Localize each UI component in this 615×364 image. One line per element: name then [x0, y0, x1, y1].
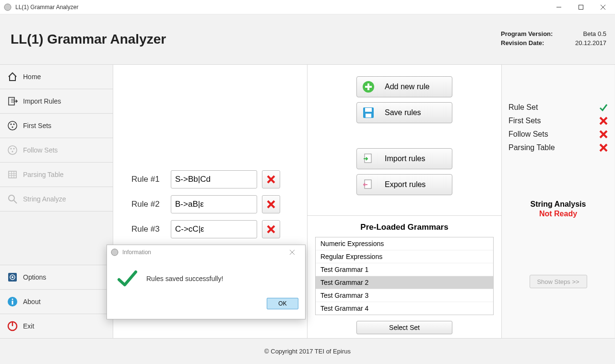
grammar-list-item[interactable]: Test Grammar 2 — [316, 276, 493, 289]
import-rules-button[interactable]: Import rules — [356, 148, 452, 169]
plus-icon — [362, 80, 375, 94]
rule-row: Rule #2 — [131, 195, 307, 213]
rule-label: Rule #2 — [131, 200, 171, 209]
sidebar-item-label: About — [23, 298, 41, 305]
delete-rule-button[interactable] — [262, 195, 280, 213]
dialog-title: Information — [122, 249, 290, 256]
svg-point-0 — [4, 4, 11, 11]
sidebar-item-label: Parsing Table — [23, 171, 64, 178]
actions-column: Add new rule Save rules Import rules Exp… — [308, 65, 502, 338]
copyright: © Copyright 2017 TEI of Epirus — [264, 348, 351, 355]
dialog-app-icon — [111, 248, 118, 256]
svg-rect-14 — [9, 171, 16, 178]
svg-point-11 — [11, 148, 12, 150]
delete-rule-button[interactable] — [262, 220, 280, 238]
rule-input[interactable] — [171, 220, 257, 238]
sidebar-item-first[interactable]: First Sets — [0, 114, 113, 138]
revision-value: 20.12.2017 — [568, 39, 606, 47]
table-icon — [7, 169, 18, 180]
svg-point-13 — [12, 151, 13, 153]
add-rule-label: Add new rule — [385, 82, 429, 91]
cross-icon — [599, 130, 608, 139]
rule-label: Rule #1 — [131, 175, 171, 184]
home-icon — [7, 71, 18, 82]
status-column: Rule SetFirst SetsFollow SetsParsing Tab… — [502, 65, 615, 338]
firstset-icon — [7, 120, 18, 131]
sidebar-item-label: Follow Sets — [23, 146, 58, 154]
grammar-list[interactable]: Numeric ExpressionsRegular ExpressionsTe… — [315, 237, 494, 315]
svg-rect-5 — [9, 97, 14, 105]
sidebar-item-label: Import Rules — [23, 97, 61, 105]
information-dialog: Information Rules saved successfully! OK — [106, 245, 306, 319]
export-rules-button[interactable]: Export rules — [356, 174, 452, 195]
svg-point-9 — [12, 127, 13, 128]
svg-point-23 — [12, 276, 13, 278]
show-steps-button[interactable]: Show Steps >> — [530, 275, 587, 288]
maximize-button[interactable] — [570, 0, 592, 14]
sidebar: HomeImport RulesFirst SetsFollow SetsPar… — [0, 65, 113, 338]
status-row: Parsing Table — [509, 143, 608, 152]
grammar-list-item[interactable]: Numeric Expressions — [316, 237, 493, 250]
import-rules-label: Import rules — [385, 154, 425, 163]
grammar-list-item[interactable]: Test Grammar 4 — [316, 302, 493, 315]
sidebar-item-options[interactable]: Options — [0, 265, 113, 289]
grammar-list-item[interactable]: Regular Expressions — [316, 250, 493, 263]
svg-point-12 — [13, 148, 15, 150]
minimize-button[interactable] — [548, 0, 570, 14]
import-icon — [362, 152, 375, 165]
app-icon — [4, 3, 12, 11]
check-icon — [117, 268, 138, 289]
svg-rect-37 — [365, 86, 372, 88]
grammar-list-item[interactable]: Test Grammar 3 — [316, 289, 493, 302]
dialog-message: Rules saved successfully! — [146, 275, 223, 282]
sidebar-item-follow: Follow Sets — [0, 138, 113, 163]
close-button[interactable] — [592, 0, 614, 14]
power-icon — [7, 320, 18, 332]
sidebar-item-label: Home — [23, 73, 41, 81]
info-icon — [7, 296, 18, 307]
select-set-button[interactable]: Select Set — [356, 321, 452, 334]
sidebar-item-label: Exit — [23, 322, 34, 330]
export-icon — [362, 178, 375, 191]
add-rule-button[interactable]: Add new rule — [356, 76, 452, 97]
header: LL(1) Grammar Analyzer Program Version:B… — [0, 14, 615, 65]
dialog-ok-button[interactable]: OK — [267, 298, 298, 309]
search-icon — [7, 193, 18, 205]
version-info: Program Version:Beta 0.5 Revision Date:2… — [501, 30, 606, 48]
sidebar-item-home[interactable]: Home — [0, 65, 113, 89]
rule-input[interactable] — [171, 170, 257, 188]
import-icon — [7, 95, 18, 107]
revision-label: Revision Date: — [501, 39, 568, 47]
sidebar-item-parsing: Parsing Table — [0, 163, 113, 187]
rule-input[interactable] — [171, 195, 257, 213]
grammar-list-item[interactable]: Test Grammar 1 — [316, 263, 493, 276]
window-title: LL(1) Grammar Analyzer — [15, 4, 548, 11]
check-icon — [599, 103, 608, 112]
sidebar-item-analyze: String Analyze — [0, 187, 113, 211]
svg-point-7 — [11, 124, 12, 125]
svg-point-25 — [12, 299, 13, 300]
version-label: Program Version: — [501, 30, 568, 37]
rule-row: Rule #1 — [131, 170, 307, 188]
analysis-label: String Analysis — [509, 200, 608, 209]
page-title: LL(1) Grammar Analyzer — [11, 32, 501, 47]
preloaded-header: Pre-Loaded Grammars — [308, 215, 501, 232]
sidebar-item-exit[interactable]: Exit — [0, 314, 113, 338]
status-label: First Sets — [509, 117, 541, 125]
sidebar-item-label: Options — [23, 273, 46, 281]
cross-icon — [599, 143, 608, 152]
save-rules-button[interactable]: Save rules — [356, 102, 452, 123]
svg-rect-2 — [579, 5, 583, 9]
dialog-close-button[interactable] — [290, 250, 301, 255]
status-label: Rule Set — [509, 103, 538, 112]
sidebar-item-import[interactable]: Import Rules — [0, 89, 113, 114]
sidebar-item-about[interactable]: About — [0, 289, 113, 314]
svg-rect-40 — [366, 114, 371, 117]
gear-icon — [7, 271, 18, 283]
svg-point-6 — [8, 121, 17, 130]
titlebar: LL(1) Grammar Analyzer — [0, 0, 615, 14]
cross-icon — [599, 117, 608, 125]
svg-line-20 — [14, 200, 17, 203]
delete-rule-button[interactable] — [262, 170, 280, 188]
svg-point-10 — [8, 146, 17, 154]
